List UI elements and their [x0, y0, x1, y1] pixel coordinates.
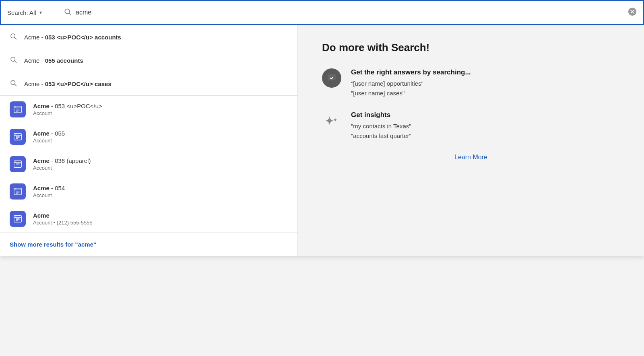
- search-icon: [10, 33, 17, 41]
- search-icon: [10, 79, 17, 88]
- svg-rect-23: [14, 161, 21, 168]
- results-section: Acme - 053 <u>POC</u> Account: [0, 96, 297, 233]
- account-icon: [10, 156, 26, 172]
- result-title: Acme - 054: [33, 185, 65, 191]
- search-type-label: Search: All: [7, 9, 36, 16]
- account-icon: [10, 129, 26, 145]
- list-item[interactable]: Acme - 053 <u>POC</u> Account: [0, 96, 297, 123]
- list-item[interactable]: Acme - 036 (apparel) Account: [0, 150, 297, 178]
- result-subtitle: Account: [33, 138, 65, 144]
- search-icon: [64, 8, 72, 18]
- result-subtitle: Account: [33, 192, 65, 198]
- list-item[interactable]: Acme - 054 Account: [0, 178, 297, 205]
- suggestion-text: Acme - 055 accounts: [24, 57, 83, 64]
- search-type-selector[interactable]: Search: All ▾: [1, 1, 57, 24]
- search-icon: [10, 56, 17, 65]
- list-item[interactable]: Acme Account • (212) 555-5555: [0, 205, 297, 233]
- show-more-button[interactable]: Show more results for "acme": [0, 233, 297, 256]
- account-icon: [10, 183, 26, 200]
- result-subtitle: Account • (212) 555-5555: [33, 220, 93, 226]
- promo-heading-insights: Get insights: [351, 111, 411, 119]
- svg-line-8: [14, 61, 16, 62]
- left-panel: Acme - 053 <u>POC</u> accounts Acme - 05…: [0, 25, 298, 256]
- promo-item-insights: ✦✦ Get insights "my contacts in Texas" "…: [322, 111, 620, 141]
- result-info: Acme - 053 <u>POC</u> Account: [33, 103, 102, 116]
- promo-item-search: Get the right answers by searching... "[…: [322, 68, 620, 98]
- result-subtitle: Account: [33, 110, 102, 116]
- result-info: Acme - 036 (apparel) Account: [33, 157, 91, 171]
- result-title: Acme - 053 <u>POC</u>: [33, 103, 102, 109]
- promo-text-search: "[user name] opportunities" "[user name]…: [351, 79, 471, 98]
- search-container: Search: All ▾: [0, 0, 644, 256]
- account-icon: [10, 101, 26, 117]
- right-panel: Do more with Search! Get the right answe…: [298, 25, 644, 256]
- svg-rect-11: [14, 106, 21, 113]
- suggestion-item[interactable]: Acme - 053 <u>POC</u> cases: [0, 72, 297, 95]
- suggestion-item[interactable]: Acme - 055 accounts: [0, 49, 297, 72]
- search-input-wrapper: [57, 7, 643, 18]
- suggestion-text: Acme - 053 <u>POC</u> accounts: [24, 34, 121, 41]
- svg-rect-29: [14, 188, 21, 195]
- result-title: Acme - 055: [33, 130, 65, 137]
- promo-text-insights: "my contacts in Texas" "accounts last qu…: [351, 121, 411, 141]
- result-title: Acme - 036 (apparel): [33, 157, 91, 164]
- result-info: Acme - 054 Account: [33, 185, 65, 198]
- suggestion-item[interactable]: Acme - 053 <u>POC</u> accounts: [0, 25, 297, 49]
- suggestion-text: Acme - 053 <u>POC</u> cases: [24, 80, 111, 87]
- dropdown-panel: Acme - 053 <u>POC</u> accounts Acme - 05…: [0, 25, 644, 256]
- svg-line-1: [69, 13, 71, 15]
- promo-content-insights: Get insights "my contacts in Texas" "acc…: [351, 111, 411, 141]
- chevron-down-icon: ▾: [39, 10, 42, 15]
- learn-more-link[interactable]: Learn More: [322, 154, 620, 161]
- svg-line-6: [14, 37, 16, 39]
- clear-icon[interactable]: [628, 7, 637, 18]
- search-input[interactable]: [76, 9, 624, 16]
- suggestions-section: Acme - 053 <u>POC</u> accounts Acme - 05…: [0, 25, 297, 96]
- account-icon: [10, 211, 26, 227]
- list-item[interactable]: Acme - 055 Account: [0, 123, 297, 150]
- search-bar: Search: All ▾: [0, 0, 644, 25]
- result-title: Acme: [33, 212, 93, 219]
- result-info: Acme Account • (212) 555-5555: [33, 212, 93, 226]
- promo-heading-search: Get the right answers by searching...: [351, 68, 471, 76]
- result-subtitle: Account: [33, 165, 91, 171]
- promo-content-search: Get the right answers by searching... "[…: [351, 68, 471, 98]
- result-info: Acme - 055 Account: [33, 130, 65, 144]
- svg-rect-35: [14, 216, 21, 222]
- svg-rect-17: [14, 134, 21, 140]
- promo-title: Do more with Search!: [322, 41, 620, 54]
- chat-check-icon: [322, 68, 341, 88]
- svg-line-10: [14, 84, 16, 86]
- sparkle-icon: ✦✦: [322, 111, 341, 130]
